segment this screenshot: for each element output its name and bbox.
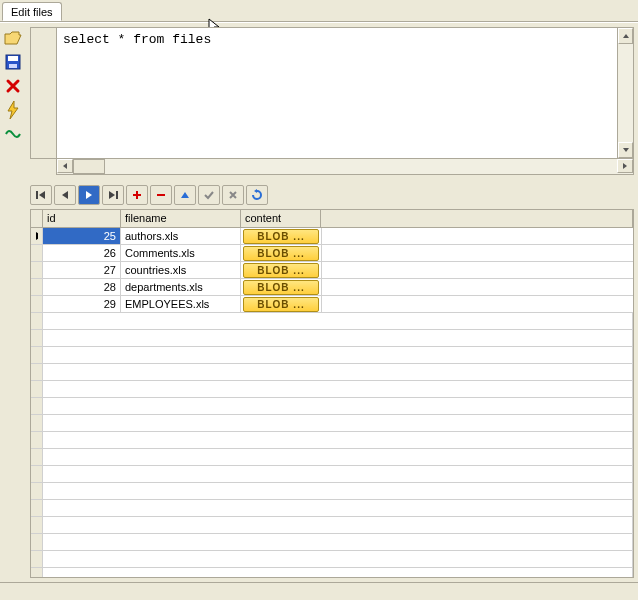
folder-open-icon: [4, 30, 22, 46]
table-row-empty: [31, 364, 633, 381]
blob-button[interactable]: BLOB ...: [243, 229, 319, 244]
table-row[interactable]: 27countries.xlsBLOB ...: [31, 262, 633, 279]
floppy-icon: [5, 54, 21, 70]
svg-rect-4: [116, 191, 118, 199]
cell-id[interactable]: 28: [43, 279, 121, 295]
table-row-empty: [31, 432, 633, 449]
table-row-empty: [31, 449, 633, 466]
nav-prev-button[interactable]: [54, 185, 76, 205]
lightning-icon: [6, 101, 20, 119]
table-row-empty: [31, 517, 633, 534]
svg-rect-5: [157, 194, 165, 196]
table-row[interactable]: 29EMPLOYEES.xlsBLOB ...: [31, 296, 633, 313]
cell-id[interactable]: 29: [43, 296, 121, 312]
nav-remove-button[interactable]: [150, 185, 172, 205]
table-row-empty: [31, 483, 633, 500]
table-row-empty: [31, 347, 633, 364]
cell-content: BLOB ...: [241, 228, 322, 244]
sql-editor-wrap: select * from files: [30, 27, 634, 159]
col-filename[interactable]: filename: [121, 210, 241, 227]
open-button[interactable]: [3, 29, 23, 47]
svg-rect-2: [9, 64, 17, 68]
cell-id[interactable]: 27: [43, 262, 121, 278]
blob-button[interactable]: BLOB ...: [243, 246, 319, 261]
cell-filename[interactable]: departments.xls: [121, 279, 241, 295]
row-indicator: [31, 262, 43, 278]
col-spacer: [321, 210, 633, 227]
nav-first-button[interactable]: [30, 185, 52, 205]
status-bar: [0, 582, 638, 600]
row-indicator: [31, 296, 43, 312]
scroll-up-icon[interactable]: [618, 28, 633, 44]
scroll-down-icon[interactable]: [618, 142, 633, 158]
scroll-right-icon[interactable]: [617, 159, 633, 173]
col-id[interactable]: id: [43, 210, 121, 227]
prev-icon: [60, 190, 70, 200]
nav-refresh-button[interactable]: [246, 185, 268, 205]
hscroll-thumb[interactable]: [73, 159, 105, 174]
col-content[interactable]: content: [241, 210, 321, 227]
cell-content: BLOB ...: [241, 279, 322, 295]
blob-button[interactable]: BLOB ...: [243, 297, 319, 312]
table-row-empty: [31, 381, 633, 398]
table-row[interactable]: 28departments.xlsBLOB ...: [31, 279, 633, 296]
nav-post-button[interactable]: [198, 185, 220, 205]
hscroll-track[interactable]: [105, 159, 617, 174]
x-icon: [5, 78, 21, 94]
script-button[interactable]: [3, 125, 23, 143]
side-toolbar: [0, 23, 26, 582]
svg-rect-3: [36, 191, 38, 199]
editor-gutter: [30, 27, 56, 159]
cell-content: BLOB ...: [241, 296, 322, 312]
cell-filename[interactable]: Comments.xls: [121, 245, 241, 261]
execute-button[interactable]: [3, 101, 23, 119]
nav-last-button[interactable]: [102, 185, 124, 205]
cell-id[interactable]: 25: [43, 228, 121, 244]
table-row-empty: [31, 551, 633, 568]
row-indicator: [31, 245, 43, 261]
row-indicator: [31, 228, 43, 244]
table-row-empty: [31, 313, 633, 330]
record-navigator: [30, 183, 634, 207]
editor-hscrollbar[interactable]: [56, 159, 634, 175]
table-row-empty: [31, 415, 633, 432]
refresh-icon: [251, 189, 263, 201]
nav-next-button[interactable]: [78, 185, 100, 205]
table-row[interactable]: 25authors.xlsBLOB ...: [31, 228, 633, 245]
nav-cancel-button[interactable]: [222, 185, 244, 205]
cell-id[interactable]: 26: [43, 245, 121, 261]
table-row-empty: [31, 330, 633, 347]
blob-button[interactable]: BLOB ...: [243, 263, 319, 278]
delete-button[interactable]: [3, 77, 23, 95]
editor-vscrollbar[interactable]: [618, 27, 634, 159]
nav-add-button[interactable]: [126, 185, 148, 205]
tab-strip: Edit files: [0, 0, 638, 22]
workarea: select * from files: [0, 22, 638, 582]
first-icon: [35, 190, 47, 200]
table-row-empty: [31, 398, 633, 415]
cell-filename[interactable]: authors.xls: [121, 228, 241, 244]
svg-rect-1: [8, 56, 18, 61]
row-indicator: [31, 279, 43, 295]
sql-editor[interactable]: select * from files: [56, 27, 618, 159]
scroll-left-icon[interactable]: [57, 159, 73, 173]
grid-header: id filename content: [31, 210, 633, 228]
cell-content: BLOB ...: [241, 262, 322, 278]
table-row-empty: [31, 500, 633, 517]
cell-filename[interactable]: countries.xls: [121, 262, 241, 278]
table-row-empty: [31, 534, 633, 551]
main-panel: select * from files: [26, 23, 638, 582]
table-row-empty: [31, 466, 633, 483]
nav-edit-button[interactable]: [174, 185, 196, 205]
tab-edit-files[interactable]: Edit files: [2, 2, 62, 21]
current-row-icon: [35, 231, 38, 241]
cancel-x-icon: [228, 190, 238, 200]
table-row-empty: [31, 568, 633, 577]
table-row[interactable]: 26Comments.xlsBLOB ...: [31, 245, 633, 262]
grid-body[interactable]: 25authors.xlsBLOB ...26Comments.xlsBLOB …: [31, 228, 633, 577]
cell-content: BLOB ...: [241, 245, 322, 261]
save-button[interactable]: [3, 53, 23, 71]
blob-button[interactable]: BLOB ...: [243, 280, 319, 295]
cell-filename[interactable]: EMPLOYEES.xls: [121, 296, 241, 312]
col-row-handle[interactable]: [31, 210, 43, 227]
